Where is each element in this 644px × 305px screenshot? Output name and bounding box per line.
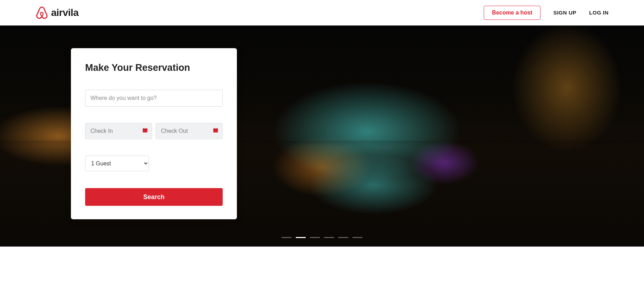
- search-button[interactable]: Search: [85, 188, 223, 206]
- check-in-field: Check In: [85, 123, 152, 139]
- reservation-title: Make Your Reservation: [85, 62, 223, 73]
- site-header: airvila Become a host SIGN UP LOG IN: [0, 0, 644, 26]
- carousel-indicators: [282, 237, 362, 238]
- destination-input[interactable]: [85, 90, 223, 107]
- carousel-indicator[interactable]: [352, 237, 362, 238]
- brand-name: airvila: [51, 7, 78, 18]
- carousel-indicator[interactable]: [282, 237, 292, 238]
- sign-up-link[interactable]: SIGN UP: [553, 10, 576, 16]
- brand-logo-icon: [35, 6, 48, 19]
- primary-nav: Become a host SIGN UP LOG IN: [484, 6, 609, 20]
- carousel-indicator[interactable]: [296, 237, 306, 238]
- become-host-button[interactable]: Become a host: [484, 6, 540, 20]
- carousel-indicator[interactable]: [324, 237, 334, 238]
- date-row: Check In Check Out: [85, 123, 223, 139]
- brand-logo[interactable]: airvila: [35, 6, 78, 19]
- check-in-input[interactable]: Check In: [85, 123, 152, 139]
- carousel-indicator[interactable]: [310, 237, 320, 238]
- check-out-field: Check Out: [156, 123, 223, 139]
- carousel-indicator[interactable]: [338, 237, 348, 238]
- check-out-input[interactable]: Check Out: [156, 123, 223, 139]
- guests-select[interactable]: 1 Guest2 Guests3 Guests4 Guests5 Guests: [85, 156, 149, 171]
- reservation-card: Make Your Reservation Check In Check Out: [71, 48, 237, 219]
- guest-row: 1 Guest2 Guests3 Guests4 Guests5 Guests: [85, 156, 223, 171]
- hero-section: Make Your Reservation Check In Check Out: [0, 26, 644, 247]
- log-in-link[interactable]: LOG IN: [589, 10, 609, 16]
